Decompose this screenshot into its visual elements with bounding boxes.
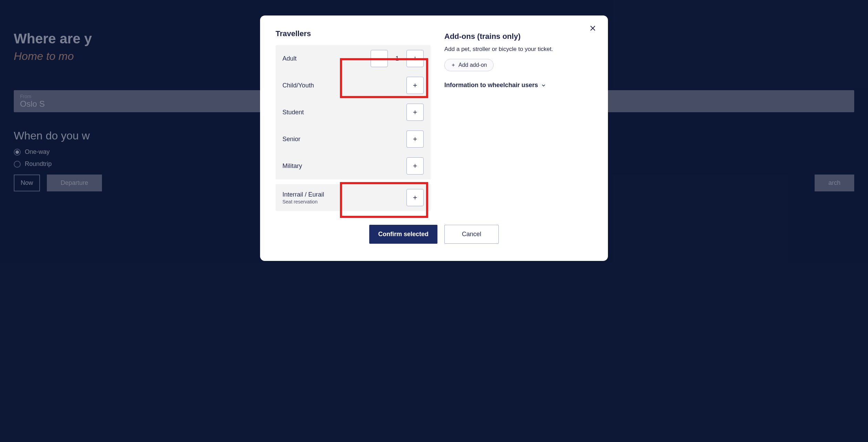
close-button[interactable] [587, 23, 598, 34]
wheelchair-info-label: Information to wheelchair users [444, 82, 538, 89]
traveller-row-senior: Senior [276, 126, 431, 152]
traveller-label: Student [282, 109, 406, 116]
decrement-button[interactable] [371, 50, 388, 67]
travellers-modal: Travellers Adult 1 [260, 15, 608, 261]
increment-button[interactable] [406, 189, 424, 206]
modal-footer: Confirm selected Cancel [276, 225, 592, 244]
close-icon [589, 24, 597, 32]
traveller-label: Child/Youth [282, 82, 406, 89]
chevron-down-icon [541, 83, 546, 88]
traveller-row-student: Student [276, 99, 431, 126]
plus-icon [412, 194, 418, 201]
confirm-button[interactable]: Confirm selected [369, 225, 437, 244]
traveller-sublabel: Seat reservation [282, 199, 406, 204]
plus-icon [451, 63, 456, 67]
traveller-list: Adult 1 [276, 45, 431, 211]
increment-button[interactable] [406, 104, 424, 121]
cancel-button[interactable]: Cancel [444, 225, 499, 244]
addons-column: Add-ons (trains only) Add a pet, strolle… [444, 29, 592, 211]
plus-icon [412, 136, 418, 142]
traveller-label: Adult [282, 55, 371, 62]
increment-button[interactable] [406, 157, 424, 175]
traveller-count: 1 [394, 55, 400, 62]
traveller-label: Senior [282, 136, 406, 143]
add-addon-label: Add add-on [458, 62, 487, 68]
traveller-label: Interrail / Eurail [282, 191, 406, 198]
increment-button[interactable] [406, 50, 424, 67]
travellers-column: Travellers Adult 1 [276, 29, 431, 211]
wheelchair-info-toggle[interactable]: Information to wheelchair users [444, 82, 546, 89]
quantity-stepper: 1 [371, 50, 424, 67]
addons-description: Add a pet, stroller or bicycle to your t… [444, 46, 592, 53]
traveller-row-child: Child/Youth [276, 72, 431, 99]
increment-button[interactable] [406, 130, 424, 148]
traveller-row-adult: Adult 1 [276, 45, 431, 72]
minus-icon [376, 55, 382, 62]
traveller-row-military: Military [276, 152, 431, 179]
traveller-label: Military [282, 162, 406, 170]
modal-overlay: Travellers Adult 1 [0, 0, 868, 442]
addons-title: Add-ons (trains only) [444, 32, 592, 41]
plus-icon [412, 109, 418, 115]
plus-icon [412, 55, 418, 62]
increment-button[interactable] [406, 77, 424, 94]
plus-icon [412, 163, 418, 169]
travellers-title: Travellers [276, 29, 431, 38]
traveller-row-interrail: Interrail / Eurail Seat reservation [276, 179, 431, 211]
plus-icon [412, 82, 418, 88]
add-addon-button[interactable]: Add add-on [444, 59, 494, 71]
